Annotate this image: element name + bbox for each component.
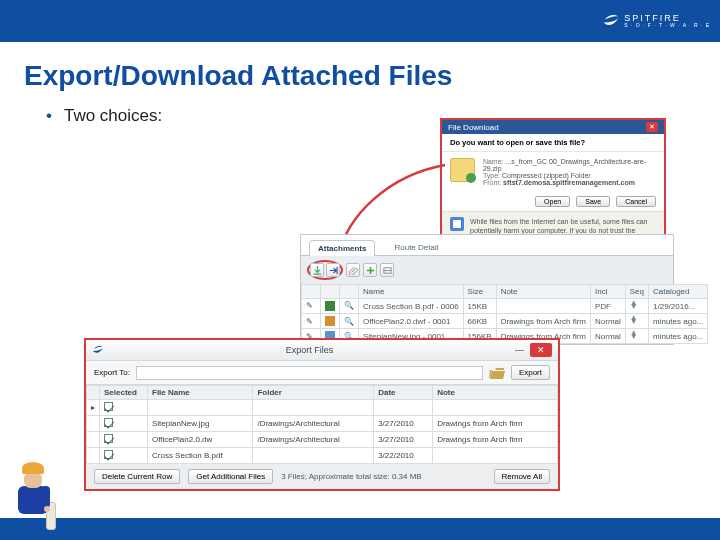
slide-title: Export/Download Attached Files [24, 60, 696, 92]
zip-folder-icon [450, 158, 475, 182]
export-files-window: Export Files — ✕ Export To: Export Selec… [84, 338, 560, 491]
remove-all-button[interactable]: Remove All [494, 469, 550, 484]
col-incl[interactable]: Incl [591, 285, 626, 299]
file-download-question: Do you want to open or save this file? [442, 134, 664, 152]
save-button[interactable]: Save [576, 196, 610, 207]
export-grid: Selected File Name Folder Date Note ▸ Si… [86, 385, 558, 464]
tab-attachments[interactable]: Attachments [309, 240, 375, 256]
export-titlebar[interactable]: Export Files — ✕ [86, 340, 558, 360]
close-icon[interactable]: ✕ [530, 343, 552, 357]
select-all-row: ▸ [87, 400, 558, 416]
seq-up-down-icon[interactable]: ▲▼ [630, 301, 638, 309]
col-note[interactable]: Note [496, 285, 590, 299]
export-path-input[interactable] [136, 366, 483, 380]
brand-logo: SPITFIRE S · O · F · T · W · A · R · E [602, 12, 710, 30]
shield-icon [450, 217, 464, 231]
export-row[interactable]: Cross Section B.pdf 3/22/2010 [87, 448, 558, 464]
add-icon[interactable] [363, 263, 377, 277]
file-download-info: Name: ...s_from_GC 00_Drawings_Architect… [483, 158, 656, 186]
export-title: Export Files [110, 345, 509, 355]
seq-up-down-icon[interactable]: ▲▼ [630, 331, 638, 339]
export-status: 3 Files; Approximate total size: 0.34 MB [281, 472, 422, 481]
select-all-checkbox再[interactable] [104, 402, 113, 411]
construction-worker-icon [8, 462, 62, 540]
seq-up-down-icon[interactable]: ▲▼ [630, 316, 638, 324]
delete-row-button[interactable]: Delete Current Row [94, 469, 180, 484]
attachment-row[interactable]: ✎ 🔍 Cross Section B.pdf - 0006 15KB PDF … [302, 299, 708, 314]
file-download-dialog: File Download ✕ Do you want to open or s… [440, 118, 666, 251]
edit-icon[interactable]: ✎ [306, 301, 316, 311]
col-catalog[interactable]: Cataloged [649, 285, 708, 299]
download-icon[interactable] [310, 263, 324, 277]
export-row[interactable]: OfficePlan2.0.dw /Drawings/Architectural… [87, 432, 558, 448]
export-download-highlight [307, 260, 343, 280]
spitfire-swoosh-icon [92, 344, 104, 356]
brand-header: SPITFIRE S · O · F · T · W · A · R · E [0, 0, 720, 42]
scan-icon[interactable] [380, 263, 394, 277]
col-size[interactable]: Size [463, 285, 496, 299]
export-to-label: Export To: [94, 368, 130, 377]
export-icon[interactable] [326, 263, 340, 277]
spitfire-swoosh-icon [602, 12, 620, 30]
file-download-title: File Download [448, 123, 499, 132]
row-checkbox[interactable] [104, 434, 113, 443]
view-icon[interactable]: 🔍 [344, 301, 354, 311]
col-note[interactable]: Note [433, 386, 558, 400]
attachment-row[interactable]: ✎🔍 OfficePlan2.0.dwf - 0001 66KB Drawing… [302, 314, 708, 329]
tab-route-detail[interactable]: Route Detail [385, 239, 447, 255]
xls-file-icon [325, 301, 335, 311]
footer-bar [0, 518, 720, 540]
attachments-toolbar [301, 256, 673, 284]
get-additional-files-button[interactable]: Get Additional Files [188, 469, 273, 484]
close-icon[interactable]: ✕ [646, 122, 658, 132]
brand-sub: S · O · F · T · W · A · R · E [624, 23, 710, 28]
cancel-button[interactable]: Cancel [616, 196, 656, 207]
open-folder-icon[interactable] [489, 367, 505, 379]
row-checkbox[interactable] [104, 450, 113, 459]
dwg-file-icon [325, 316, 335, 326]
col-date[interactable]: Date [374, 386, 433, 400]
col-seq[interactable]: Seq [625, 285, 648, 299]
file-download-titlebar[interactable]: File Download ✕ [442, 120, 664, 134]
minimize-icon[interactable]: — [509, 345, 530, 355]
attachments-grid: Name Size Note Incl Seq Cataloged ✎ 🔍 Cr… [301, 284, 708, 344]
export-button[interactable]: Export [511, 365, 550, 380]
open-button[interactable]: Open [535, 196, 570, 207]
attach-icon[interactable] [346, 263, 360, 277]
row-checkbox[interactable] [104, 418, 113, 427]
attachments-panel: Attachments Route Detail Name Size Note … [300, 234, 674, 345]
col-file[interactable]: File Name [148, 386, 253, 400]
export-row[interactable]: SiteplanNew.jpg /Drawings/Architectural … [87, 416, 558, 432]
col-name[interactable]: Name [359, 285, 464, 299]
col-selected[interactable]: Selected [100, 386, 148, 400]
col-folder[interactable]: Folder [253, 386, 374, 400]
